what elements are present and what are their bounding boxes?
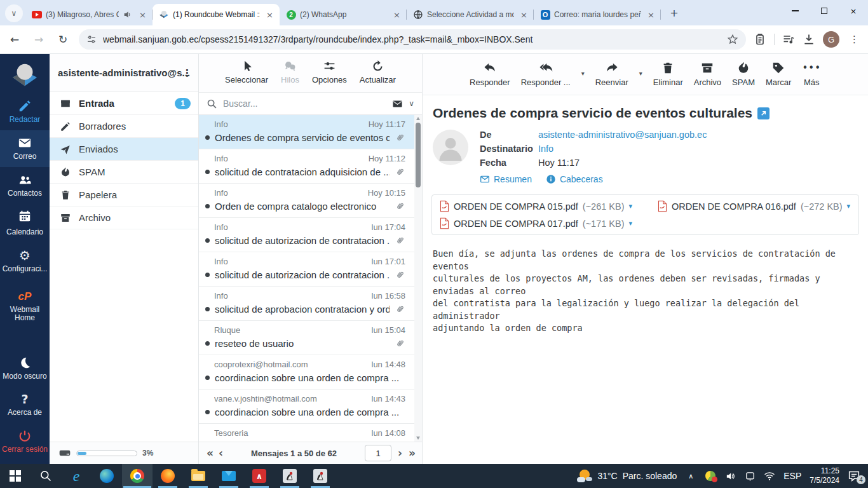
start-button[interactable]	[0, 464, 31, 488]
forward-caret-icon[interactable]: ▾	[639, 70, 642, 77]
back-button[interactable]: ←	[6, 33, 23, 46]
folder-enviados-selected[interactable]: Enviados	[50, 138, 198, 161]
maximize-button[interactable]	[810, 0, 839, 22]
next-page-button[interactable]: ›	[398, 447, 402, 459]
tab-audio-speaker-icon[interactable]	[123, 10, 133, 20]
message-row[interactable]: InfoHoy 11:12 solicitud de contratacion …	[199, 149, 422, 184]
sidebar-item-redactar[interactable]: Redactar	[0, 93, 50, 130]
new-tab-button[interactable]: +	[666, 4, 682, 21]
sidebar-item-modo-oscuro[interactable]: Modo oscuro	[0, 350, 50, 387]
last-page-button[interactable]: »	[409, 447, 414, 459]
open-in-new-window-icon[interactable]	[757, 107, 770, 119]
refresh-button[interactable]: Actualizar	[360, 60, 396, 85]
attachment-name[interactable]: ORDEN DE COMPRA 016.pdf	[672, 201, 796, 212]
reading-list-icon[interactable]	[782, 33, 795, 46]
wireless-display-icon[interactable]	[744, 471, 756, 482]
select-button[interactable]: Seleccionar	[225, 60, 268, 85]
scroll-up-icon[interactable]	[416, 117, 420, 120]
sidebar-item-correo[interactable]: Correo	[0, 130, 50, 167]
tab-close-icon[interactable]: ×	[391, 10, 403, 20]
tab-search-button[interactable]: ∨	[5, 4, 23, 22]
search-scope-mail-icon[interactable]	[392, 98, 403, 109]
attachment-name[interactable]: ORDEN DE COMPRA 017.pdf	[454, 219, 578, 229]
tab-roundcube-active[interactable]: (1) Roundcube Webmail :: En ×	[153, 4, 280, 25]
message-row[interactable]: Rluquelun 15:04 reseteo de usuario	[199, 321, 422, 355]
reload-button[interactable]: ↻	[55, 33, 71, 46]
taskbar-firefox[interactable]	[153, 464, 183, 488]
message-row[interactable]: cooprotexri@hotmail.comlun 14:48 coordin…	[199, 355, 422, 390]
message-row[interactable]: InfoHoy 11:17 Ordenes de compra servicio…	[199, 115, 422, 149]
attachment-item[interactable]: ORDEN DE COMPRA 015.pdf (~261 KB) ▾	[440, 200, 632, 212]
extension-icon[interactable]	[754, 33, 766, 46]
to-address-link[interactable]: Info	[538, 144, 707, 154]
message-row[interactable]: Infolun 17:04 solicitud de autorizacion …	[199, 218, 422, 252]
taskbar-internet-explorer[interactable]: e	[61, 464, 92, 488]
from-address-link[interactable]: asistente-administrativo@sanjuan.gob.ec	[538, 130, 707, 140]
wifi-icon[interactable]	[764, 470, 775, 482]
taskbar-edge[interactable]	[92, 464, 122, 488]
tray-expand-chevron-icon[interactable]: ∧	[685, 472, 696, 480]
scroll-down-icon[interactable]	[416, 437, 420, 440]
forward-button[interactable]: Reenviar	[595, 61, 628, 87]
first-page-button[interactable]: «	[207, 447, 212, 459]
tab-youtube[interactable]: (3) Milagroso, Abres Can ×	[25, 4, 153, 25]
options-button[interactable]: Opciones	[312, 60, 347, 85]
address-bar[interactable]: webmail.sanjuan.gob.ec/cpsess2151491327/…	[79, 29, 746, 50]
keyboard-language[interactable]: ESP	[783, 471, 801, 481]
taskbar-java-app-1[interactable]	[275, 464, 305, 488]
folder-entrada[interactable]: Entrada 1	[50, 92, 198, 115]
tab-whatsapp[interactable]: 2 (2) WhatsApp ×	[280, 4, 407, 25]
message-row[interactable]: InfoHoy 10:15 Orden de compra catalogo e…	[199, 184, 422, 218]
tab-close-icon[interactable]: ×	[645, 10, 657, 20]
antivirus-tray-icon[interactable]	[705, 471, 716, 481]
sidebar-item-contactos[interactable]: Contactos	[0, 167, 50, 204]
attachment-item[interactable]: ORDEN DE COMPRA 016.pdf (~272 KB) ▾	[658, 200, 850, 212]
taskbar-file-explorer[interactable]	[183, 464, 214, 488]
folder-papelera[interactable]: Papelera	[50, 184, 198, 207]
account-menu-icon[interactable]: ⋮	[182, 67, 192, 79]
attachment-name[interactable]: ORDEN DE COMPRA 015.pdf	[454, 201, 578, 212]
volume-icon[interactable]	[724, 471, 736, 482]
weather-widget[interactable]: 31°C Parc. soleado	[577, 470, 677, 482]
search-options-chevron-icon[interactable]: ∨	[409, 99, 414, 108]
sidebar-item-webmail-home[interactable]: cP Webmail Home	[0, 285, 50, 329]
current-page-input[interactable]: 1	[365, 445, 391, 461]
folder-archivo[interactable]: Archivo	[50, 207, 198, 229]
taskbar-clock[interactable]: 11:25 7/5/2024	[810, 466, 839, 485]
mark-button[interactable]: Marcar	[766, 61, 791, 87]
more-button[interactable]: ••• Más	[802, 61, 821, 87]
search-input[interactable]	[223, 98, 386, 109]
sidebar-item-cerrar-sesion[interactable]: Cerrar sesión	[0, 423, 50, 460]
tab-close-icon[interactable]: ×	[137, 10, 149, 20]
list-scrollbar[interactable]	[414, 115, 422, 442]
account-header[interactable]: asistente-administrativo@s... ⋮	[50, 54, 198, 92]
scrollbar-thumb[interactable]	[416, 123, 421, 187]
taskbar-acrobat[interactable]: ∧	[244, 464, 275, 488]
tab-close-icon[interactable]: ×	[518, 10, 530, 20]
summary-link[interactable]: Resumen	[480, 174, 532, 184]
sidebar-item-calendario[interactable]: Calendario	[0, 203, 50, 243]
reply-button[interactable]: Responder	[470, 61, 510, 87]
spam-button[interactable]: SPAM	[732, 61, 755, 87]
message-row[interactable]: Infolun 16:58 solicitud de aprobacion co…	[199, 287, 422, 321]
headers-link[interactable]: Cabeceras	[546, 174, 603, 184]
attachment-item[interactable]: ORDEN DE COMPRA 017.pdf (~171 KB) ▾	[440, 217, 851, 229]
attachment-menu-caret-icon[interactable]: ▾	[629, 219, 633, 227]
message-row[interactable]: Tesorerialun 14:08	[199, 424, 422, 442]
folder-borradores[interactable]: Borradores	[50, 115, 198, 138]
attachment-menu-caret-icon[interactable]: ▾	[629, 202, 633, 210]
sidebar-item-configuracion[interactable]: ⚙ Configuraci...	[0, 243, 50, 280]
forward-button[interactable]: →	[31, 33, 47, 46]
taskbar-java-app-2[interactable]	[305, 464, 336, 488]
action-center-button[interactable]: 4	[848, 470, 862, 482]
site-settings-icon[interactable]	[86, 34, 97, 44]
bookmark-star-icon[interactable]	[727, 34, 738, 45]
taskbar-search-button[interactable]	[31, 464, 61, 488]
taskbar-mail[interactable]	[214, 464, 244, 488]
taskbar-chrome-active[interactable]	[122, 464, 153, 488]
reply-all-button[interactable]: Responder ...	[521, 61, 571, 87]
url-text[interactable]: webmail.sanjuan.gob.ec/cpsess2151491327/…	[103, 34, 721, 44]
profile-avatar[interactable]: G	[823, 31, 839, 48]
minimize-button[interactable]	[780, 0, 810, 22]
close-window-button[interactable]: ×	[839, 0, 868, 22]
